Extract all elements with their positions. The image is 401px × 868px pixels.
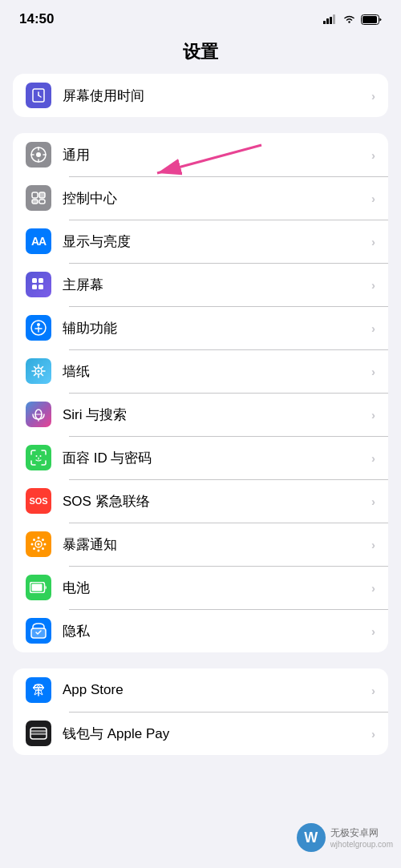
accessibility-chevron: › — [371, 321, 375, 335]
settings-item-general[interactable]: 通用 › — [13, 133, 388, 176]
appstore-icon — [26, 677, 51, 703]
exposure-chevron: › — [371, 538, 375, 551]
exposure-label: 暴露通知 — [63, 535, 371, 554]
battery-icon-setting — [26, 575, 51, 600]
svg-rect-5 — [363, 16, 377, 23]
settings-item-homescreen[interactable]: 主屏幕 › — [13, 263, 388, 306]
svg-line-35 — [34, 367, 36, 369]
battery-icon — [361, 14, 382, 25]
svg-line-37 — [41, 367, 43, 369]
svg-rect-0 — [323, 21, 326, 24]
screen-time-chevron: › — [371, 89, 375, 103]
faceid-icon — [26, 445, 51, 470]
settings-item-control-center[interactable]: 控制中心 › — [13, 176, 388, 220]
svg-rect-17 — [32, 192, 38, 198]
svg-point-26 — [37, 323, 40, 326]
svg-line-8 — [38, 95, 41, 97]
sos-chevron: › — [371, 495, 375, 508]
watermark-url: wjhotelgroup.com — [330, 840, 393, 849]
appstore-label: App Store — [63, 682, 371, 698]
svg-point-52 — [42, 547, 44, 550]
svg-rect-2 — [330, 17, 332, 24]
svg-rect-19 — [32, 200, 38, 204]
svg-point-43 — [40, 455, 42, 457]
settings-item-faceid[interactable]: 面容 ID 与密码 › — [13, 436, 388, 479]
svg-point-54 — [33, 547, 35, 550]
svg-rect-1 — [326, 18, 329, 24]
general-chevron: › — [371, 148, 375, 162]
settings-group-3: App Store › 钱包与 Apple Pay › — [13, 668, 388, 755]
svg-rect-23 — [32, 285, 37, 289]
status-bar: 14:50 — [0, 0, 401, 34]
settings-item-privacy[interactable]: 隐私 › — [13, 609, 388, 652]
control-center-label: 控制中心 — [63, 189, 371, 208]
display-chevron: › — [371, 235, 375, 248]
wallet-icon — [26, 721, 51, 746]
screen-time-icon — [26, 83, 51, 108]
homescreen-icon — [26, 272, 51, 297]
signal-icon — [323, 14, 338, 24]
svg-point-46 — [38, 543, 40, 546]
faceid-chevron: › — [371, 451, 375, 465]
svg-rect-20 — [39, 200, 45, 204]
settings-item-screen-time[interactable]: 屏幕使用时间 › — [13, 74, 388, 117]
svg-rect-3 — [333, 14, 335, 24]
svg-point-47 — [38, 537, 40, 539]
watermark-site: 无极安卓网 — [330, 826, 393, 840]
svg-rect-18 — [39, 192, 45, 198]
battery-chevron: › — [371, 581, 375, 595]
settings-item-battery[interactable]: 电池 › — [13, 566, 388, 609]
control-center-icon — [26, 185, 51, 211]
svg-rect-21 — [32, 278, 37, 283]
privacy-label: 隐私 — [63, 622, 371, 640]
svg-rect-56 — [32, 584, 43, 591]
svg-rect-22 — [38, 278, 43, 283]
wallpaper-chevron: › — [371, 365, 375, 378]
watermark: W 无极安卓网 wjhotelgroup.com — [297, 823, 393, 852]
svg-point-30 — [38, 370, 40, 373]
settings-item-wallpaper[interactable]: 墙纸 › — [13, 349, 388, 393]
faceid-label: 面容 ID 与密码 — [63, 449, 371, 467]
watermark-logo: W — [297, 823, 326, 852]
svg-line-38 — [34, 373, 36, 375]
svg-point-51 — [33, 539, 35, 541]
wallet-chevron: › — [371, 727, 375, 741]
settings-item-accessibility[interactable]: 辅助功能 › — [13, 306, 388, 349]
privacy-chevron: › — [371, 624, 375, 638]
settings-item-exposure[interactable]: 暴露通知 › — [13, 523, 388, 566]
screen-time-label: 屏幕使用时间 — [63, 87, 371, 105]
homescreen-chevron: › — [371, 278, 375, 292]
settings-item-appstore[interactable]: App Store › — [13, 668, 388, 712]
svg-rect-64 — [30, 731, 47, 734]
watermark-text: 无极安卓网 wjhotelgroup.com — [330, 826, 393, 849]
accessibility-icon — [26, 315, 51, 341]
exposure-icon — [26, 531, 51, 557]
display-icon: AA — [26, 228, 51, 254]
svg-point-50 — [44, 543, 47, 546]
display-label: 显示与亮度 — [63, 232, 371, 251]
appstore-chevron: › — [371, 684, 375, 697]
sos-icon: SOS — [26, 488, 51, 514]
settings-item-siri[interactable]: Siri 与搜索 › — [13, 393, 388, 436]
homescreen-label: 主屏幕 — [63, 276, 371, 294]
settings-item-sos[interactable]: SOS SOS 紧急联络 › — [13, 479, 388, 523]
settings-group-1: 屏幕使用时间 › — [13, 74, 388, 117]
svg-point-42 — [36, 455, 38, 457]
svg-point-49 — [31, 543, 34, 546]
wallpaper-icon — [26, 358, 51, 384]
privacy-icon — [26, 618, 51, 644]
status-time: 14:50 — [19, 11, 54, 27]
general-label: 通用 — [63, 146, 371, 164]
wallpaper-label: 墙纸 — [63, 362, 371, 381]
wifi-icon — [342, 14, 356, 24]
svg-point-48 — [38, 550, 40, 552]
control-center-chevron: › — [371, 192, 375, 205]
siri-label: Siri 与搜索 — [63, 406, 371, 424]
settings-item-display[interactable]: AA 显示与亮度 › — [13, 220, 388, 263]
svg-point-12 — [36, 152, 41, 157]
settings-item-wallet[interactable]: 钱包与 Apple Pay › — [13, 712, 388, 755]
accessibility-label: 辅助功能 — [63, 319, 371, 337]
general-icon — [26, 142, 51, 168]
siri-icon — [26, 402, 51, 427]
svg-point-53 — [42, 539, 44, 541]
